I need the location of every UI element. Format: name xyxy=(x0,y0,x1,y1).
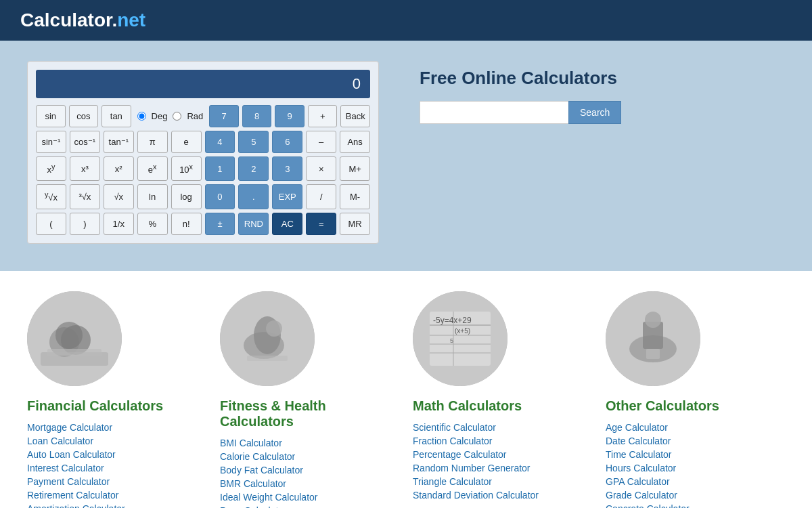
list-item: Grade Calculator xyxy=(606,490,785,501)
category-link[interactable]: Body Fat Calculator xyxy=(220,465,303,475)
calc-buttons: sin cos tan Deg Rad 7 8 9 + Back sin⁻¹ c xyxy=(36,105,370,235)
btn-rnd[interactable]: RND xyxy=(238,213,269,235)
btn-close-paren[interactable]: ) xyxy=(70,213,100,235)
btn-cos-inv[interactable]: cos⁻¹ xyxy=(70,131,100,153)
category-link[interactable]: Loan Calculator xyxy=(27,436,93,446)
btn-multiply[interactable]: × xyxy=(306,156,336,181)
category-link[interactable]: Amortization Calculator xyxy=(27,503,125,508)
category-math: -5y=4x+29 (x+5) 5 Math CalculatorsScient… xyxy=(413,291,592,508)
btn-4[interactable]: 4 xyxy=(205,131,235,153)
category-link[interactable]: Standard Deviation Calculator xyxy=(413,490,539,501)
btn-cos[interactable]: cos xyxy=(69,105,99,127)
category-link[interactable]: Calorie Calculator xyxy=(220,451,295,462)
btn-factorial[interactable]: n! xyxy=(171,213,202,235)
btn-minus[interactable]: – xyxy=(306,131,336,153)
btn-back[interactable]: Back xyxy=(340,105,370,127)
btn-ac[interactable]: AC xyxy=(272,213,302,235)
category-link[interactable]: Random Number Generator xyxy=(413,463,531,473)
btn-7[interactable]: 7 xyxy=(209,105,239,127)
btn-log[interactable]: log xyxy=(171,184,202,209)
btn-3sqrtx[interactable]: ³√x xyxy=(70,184,100,209)
category-link[interactable]: Hours Calculator xyxy=(606,463,676,473)
list-item: Random Number Generator xyxy=(413,463,592,473)
deg-rad-toggle[interactable]: Deg Rad xyxy=(135,105,206,127)
category-link[interactable]: Date Calculator xyxy=(606,436,671,446)
search-input[interactable] xyxy=(420,101,568,124)
btn-sin-inv[interactable]: sin⁻¹ xyxy=(36,131,66,153)
category-link[interactable]: Time Calculator xyxy=(606,449,672,460)
btn-x3[interactable]: x³ xyxy=(70,156,100,181)
btn-sin[interactable]: sin xyxy=(36,105,66,127)
logo-text: Calculator.net xyxy=(20,9,145,30)
category-link[interactable]: Auto Loan Calculator xyxy=(27,449,116,460)
btn-5[interactable]: 5 xyxy=(238,131,269,153)
category-img-math: -5y=4x+29 (x+5) 5 xyxy=(413,291,508,386)
category-link[interactable]: Retirement Calculator xyxy=(27,490,118,501)
btn-e[interactable]: e xyxy=(171,131,202,153)
btn-mplus[interactable]: M+ xyxy=(340,156,370,181)
rad-radio[interactable] xyxy=(173,112,181,121)
btn-ans[interactable]: Ans xyxy=(340,131,370,153)
category-title-financial: Financial Calculators xyxy=(27,398,206,414)
category-financial: Financial CalculatorsMortgage Calculator… xyxy=(27,291,206,508)
btn-exp[interactable]: EXP xyxy=(272,184,302,209)
btn-reciprocal[interactable]: 1/x xyxy=(104,213,134,235)
btn-tan[interactable]: tan xyxy=(102,105,131,127)
btn-mr[interactable]: MR xyxy=(340,213,370,235)
list-item: Pace Calculator xyxy=(220,505,399,508)
btn-9[interactable]: 9 xyxy=(275,105,304,127)
btn-8[interactable]: 8 xyxy=(242,105,272,127)
btn-3[interactable]: 3 xyxy=(272,156,302,181)
list-item: Auto Loan Calculator xyxy=(27,449,206,460)
category-link[interactable]: Ideal Weight Calculator xyxy=(220,492,317,503)
category-link[interactable]: Triangle Calculator xyxy=(413,476,492,487)
list-item: Calorie Calculator xyxy=(220,451,399,462)
btn-xy[interactable]: xy xyxy=(36,156,66,181)
logo-main: Calculator. xyxy=(20,9,117,30)
btn-percent[interactable]: % xyxy=(137,213,168,235)
category-img-other xyxy=(606,291,700,386)
category-link[interactable]: GPA Calculator xyxy=(606,476,670,487)
category-link[interactable]: Interest Calculator xyxy=(27,463,104,473)
btn-6[interactable]: 6 xyxy=(272,131,302,153)
category-link[interactable]: Grade Calculator xyxy=(606,490,677,501)
btn-plus[interactable]: + xyxy=(308,105,338,127)
category-title-math: Math Calculators xyxy=(413,398,592,414)
category-link[interactable]: Concrete Calculator xyxy=(606,503,690,508)
btn-sqrtx[interactable]: √x xyxy=(104,184,134,209)
btn-ln[interactable]: ln xyxy=(137,184,168,209)
calc-display: 0 xyxy=(36,70,370,98)
list-item: Amortization Calculator xyxy=(27,503,206,508)
category-link[interactable]: Payment Calculator xyxy=(27,476,110,487)
calc-row-1: sin cos tan Deg Rad 7 8 9 + Back xyxy=(36,105,370,127)
site-logo[interactable]: Calculator.net xyxy=(20,9,145,31)
btn-1[interactable]: 1 xyxy=(205,156,235,181)
btn-open-paren[interactable]: ( xyxy=(36,213,66,235)
deg-radio[interactable] xyxy=(137,112,146,121)
category-link[interactable]: BMI Calculator xyxy=(220,438,282,448)
btn-2[interactable]: 2 xyxy=(238,156,269,181)
btn-0[interactable]: 0 xyxy=(205,184,235,209)
category-link[interactable]: Mortgage Calculator xyxy=(27,422,112,433)
btn-pi[interactable]: π xyxy=(137,131,168,153)
btn-dot[interactable]: . xyxy=(238,184,269,209)
btn-tan-inv[interactable]: tan⁻¹ xyxy=(104,131,134,153)
btn-mminus[interactable]: M- xyxy=(340,184,370,209)
btn-equals[interactable]: = xyxy=(306,213,336,235)
category-link[interactable]: Percentage Calculator xyxy=(413,449,507,460)
btn-x2[interactable]: x² xyxy=(104,156,134,181)
btn-plusminus[interactable]: ± xyxy=(205,213,235,235)
category-other: Other CalculatorsAge CalculatorDate Calc… xyxy=(606,291,785,508)
categories-section: Financial CalculatorsMortgage Calculator… xyxy=(0,271,812,508)
category-link[interactable]: Scientific Calculator xyxy=(413,422,496,433)
btn-ex[interactable]: ex xyxy=(137,156,168,181)
btn-divide[interactable]: / xyxy=(306,184,336,209)
category-link[interactable]: Fraction Calculator xyxy=(413,436,493,446)
category-link[interactable]: BMR Calculator xyxy=(220,478,286,489)
category-link[interactable]: Age Calculator xyxy=(606,422,668,433)
category-link[interactable]: Pace Calculator xyxy=(220,505,287,508)
search-button[interactable]: Search xyxy=(568,101,621,124)
btn-10x[interactable]: 10x xyxy=(171,156,202,181)
list-item: Mortgage Calculator xyxy=(27,422,206,433)
btn-ysqrtx[interactable]: y√x xyxy=(36,184,66,209)
